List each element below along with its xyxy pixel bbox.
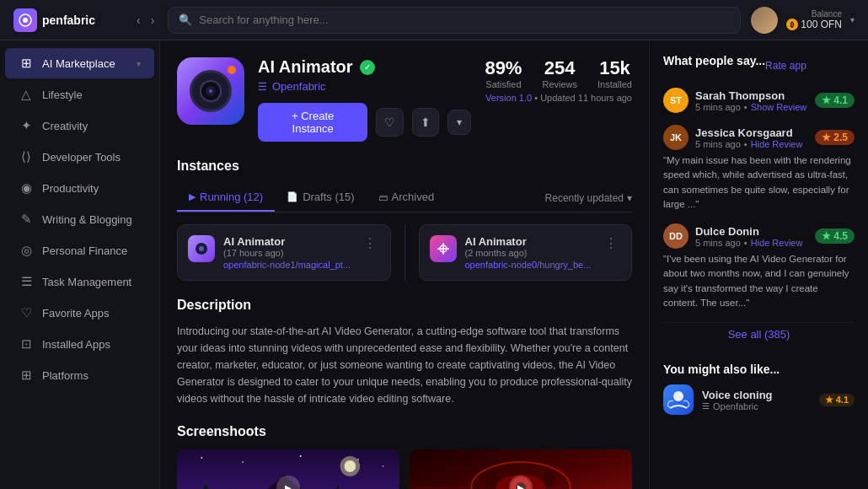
creativity-icon: ✦ xyxy=(19,118,34,133)
sort-icon: ▾ xyxy=(627,192,632,204)
screenshots-section: Screenshoots xyxy=(177,424,632,489)
svg-point-9 xyxy=(201,457,202,459)
svg-point-6 xyxy=(199,246,204,251)
description-text: Introducing our state-of-the-art AI Vide… xyxy=(177,323,632,407)
sidebar-item-label: Creativity xyxy=(42,120,88,132)
show-review-1[interactable]: Show Review xyxy=(751,102,807,112)
see-all-reviews[interactable]: See all (385) xyxy=(663,322,855,346)
screenshot-2[interactable]: ▶ xyxy=(410,449,632,489)
stat-satisfied-label: Satisfied xyxy=(485,79,522,89)
stat-installed-label: Installed xyxy=(597,79,632,89)
balance-amount: ₿ 100 OFN xyxy=(786,19,842,30)
productivity-icon: ◉ xyxy=(19,180,34,196)
tab-running[interactable]: ▶ Running (12) xyxy=(177,184,275,212)
create-instance-button[interactable]: + Create Instance xyxy=(258,103,367,142)
sidebar-item-writing-blogging[interactable]: ✎ Writing & Blogging xyxy=(5,204,154,234)
reviewer-info-1: Sarah Thompson 5 mins ago • Show Review xyxy=(695,89,808,112)
share-button[interactable]: ⬆ xyxy=(412,108,440,137)
favorite-icon: ♡ xyxy=(19,305,34,320)
might-like-name-1: Voice cloning xyxy=(702,389,811,401)
reviewer-avatar-1: ST xyxy=(663,88,689,113)
review-item-3: DD Dulce Donin 5 mins ago • Hide Review … xyxy=(663,223,855,310)
search-bar[interactable]: 🔍 xyxy=(168,7,741,34)
sort-button[interactable]: Recently updated ▾ xyxy=(545,192,632,204)
instance-path-1: openfabric-node1/magical_pt... xyxy=(223,260,351,270)
publisher-name[interactable]: Openfabric xyxy=(272,80,326,93)
sidebar-item-creativity[interactable]: ✦ Creativity xyxy=(5,110,154,141)
logo-icon xyxy=(13,8,37,32)
search-input[interactable] xyxy=(199,13,730,26)
app-name: AI Animator xyxy=(258,57,353,77)
rating-badge-1: ★ 4.1 xyxy=(815,93,855,108)
stat-reviews-label: Reviews xyxy=(542,79,577,89)
sidebar-item-productivity[interactable]: ◉ Productivity xyxy=(5,173,154,203)
main-content: AI Animator ✓ ☰ Openfabric + Create Inst… xyxy=(160,40,649,489)
hide-review-2[interactable]: Hide Review xyxy=(751,139,803,149)
tab-running-label: Running (12) xyxy=(200,191,263,203)
lifestyle-icon: △ xyxy=(19,87,34,102)
sidebar-item-label: AI Marketplace xyxy=(42,57,115,70)
sidebar-item-installed-apps[interactable]: ⊡ Installed Apps xyxy=(5,329,154,359)
sidebar-item-developer-tools[interactable]: ⟨⟩ Developer Tools xyxy=(5,142,154,172)
sidebar-item-task-management[interactable]: ☰ Task Management xyxy=(5,266,154,297)
tab-drafts[interactable]: 📄 Drafts (15) xyxy=(275,184,366,212)
version-link[interactable]: Version 1.0 xyxy=(485,93,532,103)
avatar xyxy=(751,7,778,34)
instance-card-2[interactable]: AI Animator (2 months ago) openfabric-no… xyxy=(419,224,633,281)
stat-reviews: 254 Reviews xyxy=(542,57,577,89)
reviewer-time-1: 5 mins ago • Show Review xyxy=(695,102,808,112)
might-like-info-1: Voice cloning ☰ Openfabric xyxy=(702,389,811,411)
instance-card-1[interactable]: AI Animator (17 hours ago) openfabric-no… xyxy=(177,224,391,281)
hide-review-3[interactable]: Hide Review xyxy=(751,238,803,248)
might-like-icon-1 xyxy=(663,384,694,415)
sidebar-item-label: Writing & Blogging xyxy=(42,213,132,226)
sidebar-item-platforms[interactable]: ⊞ Platforms xyxy=(5,360,154,390)
instance-menu-1[interactable]: ⋮ xyxy=(360,235,380,251)
rating-badge-2: ★ 2.5 xyxy=(815,130,855,145)
svg-point-30 xyxy=(543,470,556,487)
instances-section: Instances ▶ Running (12) 📄 Drafts (15) 🗃… xyxy=(177,159,632,281)
screenshots-grid: ▶ xyxy=(177,449,632,489)
stat-reviews-value: 254 xyxy=(542,57,577,79)
sidebar-item-personal-finance[interactable]: ◎ Personal Finance xyxy=(5,235,154,266)
reviewer-name-1: Sarah Thompson xyxy=(695,89,808,102)
sidebar-item-ai-marketplace[interactable]: ⊞ AI Marketplace ▾ xyxy=(5,48,154,78)
version-row: Version 1.0 • Updated 11 hours ago xyxy=(485,93,632,103)
tab-archived[interactable]: 🗃 Archived xyxy=(367,184,447,212)
logo-text: penfabric xyxy=(42,13,95,27)
balance-dropdown-arrow[interactable]: ▾ xyxy=(850,15,855,24)
wishlist-button[interactable]: ♡ xyxy=(376,108,404,137)
reviewer-name-2: Jessica Korsgaard xyxy=(695,126,808,139)
tab-drafts-label: Drafts (15) xyxy=(303,191,354,203)
svg-point-33 xyxy=(673,391,683,401)
header-right: Balance ₿ 100 OFN ▾ xyxy=(751,7,855,34)
sidebar-item-lifestyle[interactable]: △ Lifestyle xyxy=(5,79,154,110)
nav-forward-button[interactable]: › xyxy=(147,12,158,29)
svg-point-11 xyxy=(300,455,302,457)
running-icon: ▶ xyxy=(189,191,196,202)
sidebar-item-favorite-apps[interactable]: ♡ Favorite Apps xyxy=(5,298,154,328)
task-icon: ☰ xyxy=(19,274,34,289)
star-icon-1: ★ xyxy=(822,94,831,106)
sidebar-item-label: Productivity xyxy=(42,182,99,195)
chevron-down-icon: ▾ xyxy=(457,116,462,128)
instance-menu-2[interactable]: ⋮ xyxy=(601,235,621,251)
instances-tabs: ▶ Running (12) 📄 Drafts (15) 🗃 Archived … xyxy=(177,184,632,212)
might-like-item-1[interactable]: Voice cloning ☰ Openfabric ★ 4.1 xyxy=(663,384,855,415)
instance-icon-2 xyxy=(430,235,457,262)
reviewer-avatar-3: DD xyxy=(663,223,689,249)
app-stats: 89% Satisfied 254 Reviews 15k Installed … xyxy=(485,57,632,103)
logo: penfabric xyxy=(13,8,123,32)
nav-back-button[interactable]: ‹ xyxy=(133,12,144,29)
sidebar-item-label: Task Management xyxy=(42,276,131,288)
might-like-rating-1: ★ 4.1 xyxy=(819,394,855,406)
stat-satisfied: 89% Satisfied xyxy=(485,57,522,89)
review-text-2: "My main issue has been with the renderi… xyxy=(663,153,855,212)
rate-app-button[interactable]: Rate app xyxy=(765,60,806,72)
screenshot-1[interactable]: ▶ xyxy=(177,449,399,489)
instance-icon-1 xyxy=(188,235,215,262)
stat-installed: 15k Installed xyxy=(597,57,632,89)
grid-icon: ⊞ xyxy=(19,56,34,71)
reviewer-name-3: Dulce Donin xyxy=(695,225,808,238)
more-options-button[interactable]: ▾ xyxy=(447,110,471,135)
